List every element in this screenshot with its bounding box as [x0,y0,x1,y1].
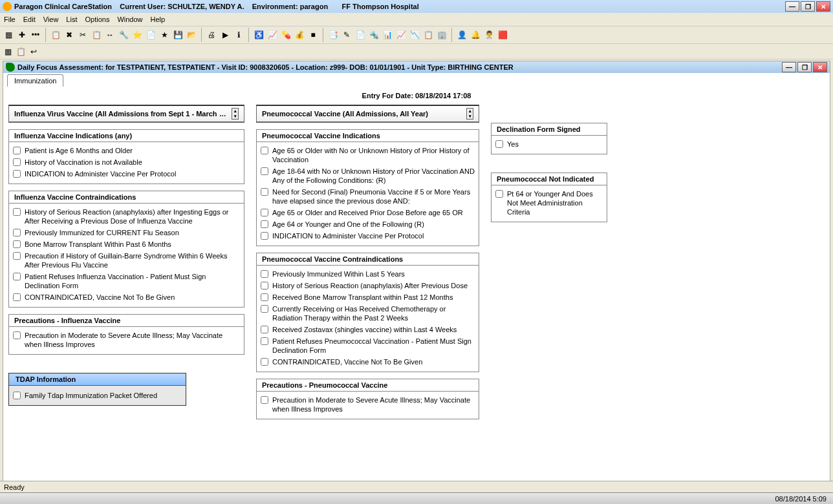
toolbar-icon-12[interactable]: 💾 [172,29,184,41]
toolbar-icon-32[interactable]: 🔔 [470,29,481,41]
toolbar-icon-3[interactable]: 📋 [50,29,61,41]
menu-list[interactable]: List [66,16,77,23]
inner-close-button[interactable]: ✕ [813,62,827,72]
toolbar-icon-33[interactable]: 👨‍⚕️ [483,29,495,41]
toolbar-icon-0[interactable]: ▦ [3,29,14,41]
up-arrow-icon[interactable]: ▴ [232,109,238,114]
toolbar-icon-21[interactable]: ■ [307,29,319,41]
toolbar-icon-9[interactable]: ⭐ [131,29,143,41]
not-indicated-checkbox[interactable] [495,190,503,198]
toolbar-icon-25[interactable]: 🔩 [368,29,380,41]
assessment-icon [6,63,15,72]
tdap-checkbox[interactable] [13,392,21,399]
toolbar-icon-2[interactable]: ••• [30,29,41,41]
toolbar-icon-19[interactable]: 💊 [280,29,292,41]
tab-immunization[interactable]: Immunization [7,74,63,87]
toolbar-icon-30[interactable]: 🏢 [436,29,448,41]
toolbar2-icon-0[interactable]: ▦ [3,47,13,57]
toolbar-icon-14[interactable]: 🖨 [206,29,217,41]
toolbar-icon-6[interactable]: 📋 [91,29,102,41]
flu-contra-label-4: Patient Refuses Influenza Vaccination - … [25,272,240,290]
menu-view[interactable]: View [43,16,59,23]
toolbar-icon-10[interactable]: 📄 [145,29,157,41]
down-arrow-icon[interactable]: ▾ [232,114,238,119]
toolbar-icon-5[interactable]: ✂ [77,29,89,41]
toolbar2-icon-1[interactable]: 📋 [16,47,26,57]
toolbar-icon-11[interactable]: ★ [158,29,170,41]
pneumo-indication-checkbox-4[interactable] [261,220,268,228]
pneumo-indications-group: Pneumococcal Vaccine Indications Age 65 … [256,129,479,246]
toolbar-icon-34[interactable]: 🟥 [497,29,508,41]
declination-title: Declination Form Signed [492,123,607,136]
toolbar2-icon-2[interactable]: ↩ [28,47,39,57]
flu-precaution-checkbox-0[interactable] [13,331,21,339]
flu-contra-checkbox-4[interactable] [13,273,21,280]
pneumo-contra-checkbox-0[interactable] [261,270,268,278]
flu-contra-checkbox-0[interactable] [13,208,21,216]
flu-indication-label-2: INDICATION to Administer Vaccine Per Pro… [25,169,240,178]
close-button[interactable]: ✕ [816,1,830,12]
toolbar-icon-24[interactable]: 📄 [354,29,366,41]
pneumo-contra-label-1: History of Serious Reaction (anaphylaxis… [272,281,475,290]
menu-edit[interactable]: Edit [23,16,36,23]
pneumo-precaution-label-0: Precaution in Moderate to Severe Acute I… [272,395,475,414]
flu-contra-checkbox-3[interactable] [13,252,21,260]
toolbar-icon-26[interactable]: 📊 [382,29,393,41]
pneumo-indication-checkbox-3[interactable] [261,209,268,216]
hospital-name: FF Thompson Hospital [342,3,419,10]
pneumo-indication-checkbox-2[interactable] [261,188,268,196]
down-arrow-icon[interactable]: ▾ [467,114,473,119]
flu-contra-checkbox-5[interactable] [13,293,21,301]
flu-indication-checkbox-1[interactable] [13,158,21,166]
flu-indication-checkbox-2[interactable] [13,170,21,178]
toolbar-icon-4[interactable]: ✖ [63,29,75,41]
pneumo-indication-checkbox-0[interactable] [261,147,268,154]
toolbar-icon-1[interactable]: ✚ [16,29,28,41]
pneumo-indication-checkbox-1[interactable] [261,167,268,175]
toolbar-icon-8[interactable]: 🔧 [118,29,129,41]
toolbar-icon-13[interactable]: 📂 [186,29,197,41]
pneumo-indication-checkbox-5[interactable] [261,232,268,240]
flu-contra-checkbox-1[interactable] [13,229,21,236]
toolbar-icon-22[interactable]: 📑 [327,29,339,41]
up-arrow-icon[interactable]: ▴ [467,109,473,114]
toolbar-icon-27[interactable]: 📈 [395,29,407,41]
toolbar-icon-31[interactable]: 👤 [456,29,468,41]
pneumo-contra-checkbox-3[interactable] [261,305,268,313]
declination-yes-checkbox[interactable] [495,140,503,148]
toolbar-icon-16[interactable]: ℹ [233,29,244,41]
toolbar-icon-7[interactable]: ↔ [104,29,116,41]
toolbar-icon-23[interactable]: ✎ [341,29,352,41]
pneumo-spinner[interactable]: ▴ ▾ [466,108,473,120]
influenza-title: Influenza Virus Vaccine (All Admissions … [14,110,228,118]
pneumo-precaution-checkbox-0[interactable] [261,396,268,404]
not-indicated-label: Pt 64 or Younger And Does Not Meet Admin… [507,189,603,216]
pneumo-contra-checkbox-6[interactable] [261,358,268,366]
pneumo-contra-checkbox-2[interactable] [261,293,268,301]
influenza-indications-title: Influenza Vaccine Indications (any) [9,130,244,142]
taskbar: 08/18/2014 5:09 [0,492,833,504]
inner-restore-button[interactable]: ❐ [797,62,812,72]
pneumo-contra-checkbox-4[interactable] [261,326,268,333]
pneumo-contra-checkbox-5[interactable] [261,337,268,345]
toolbar-icon-17[interactable]: ♿ [253,29,265,41]
toolbar-icon-18[interactable]: 📈 [266,29,278,41]
restore-button[interactable]: ❐ [801,1,815,12]
flu-indication-checkbox-0[interactable] [13,147,21,154]
flu-contra-label-2: Bone Marrow Transplant Within Past 6 Mon… [25,240,240,249]
minimize-button[interactable]: — [785,1,799,12]
influenza-spinner[interactable]: ▴ ▾ [232,108,239,120]
toolbar-icon-29[interactable]: 📋 [422,29,434,41]
menu-options[interactable]: Options [85,16,109,23]
flu-contra-checkbox-2[interactable] [13,240,21,248]
toolbar-icon-28[interactable]: 📉 [409,29,420,41]
menu-window[interactable]: Window [117,16,142,23]
pneumo-contra-checkbox-1[interactable] [261,282,268,289]
menu-file[interactable]: File [4,16,16,23]
flu-indication-label-0: Patient is Age 6 Months and Older [25,146,240,155]
menu-help[interactable]: Help [151,16,166,23]
toolbar-main: ▦✚•••📋✖✂📋↔🔧⭐📄★💾📂🖨▶ℹ♿📈💊💰■📑✎📄🔩📊📈📉📋🏢👤🔔👨‍⚕️🟥 [0,26,833,44]
toolbar-icon-20[interactable]: 💰 [294,29,305,41]
inner-minimize-button[interactable]: — [782,62,796,72]
toolbar-icon-15[interactable]: ▶ [219,29,231,41]
